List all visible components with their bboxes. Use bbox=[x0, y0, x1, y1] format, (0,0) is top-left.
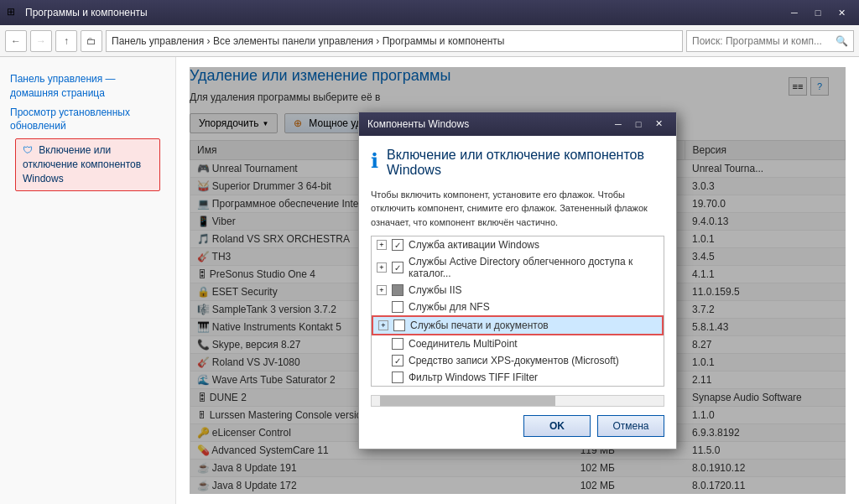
modal-overlay: Компоненты Windows ─ □ ✕ ℹ Включение или bbox=[190, 67, 846, 494]
modal-close-button[interactable]: ✕ bbox=[649, 117, 668, 132]
folder-icon-button[interactable]: 🗀 bbox=[81, 30, 102, 52]
minimize-button[interactable]: ─ bbox=[784, 4, 805, 21]
main-container: Панель управления — домашняя страница Пр… bbox=[0, 57, 859, 504]
component-item[interactable]: Соединитель MultiPoint bbox=[372, 335, 664, 352]
address-bar: ← → ↑ 🗀 Панель управления › Все элементы… bbox=[0, 25, 859, 57]
modal-footer: OK Отмена bbox=[371, 410, 664, 437]
checkbox[interactable] bbox=[392, 301, 403, 313]
search-input[interactable] bbox=[692, 35, 832, 47]
search-icon: 🔍 bbox=[836, 35, 848, 47]
sidebar-section: Панель управления — домашняя страница Пр… bbox=[0, 65, 175, 200]
checkbox[interactable] bbox=[392, 239, 403, 251]
window-icon: ⊞ bbox=[7, 6, 20, 19]
checkbox[interactable] bbox=[392, 338, 403, 350]
component-item[interactable]: Средство записи XPS-документов (Microsof… bbox=[372, 352, 664, 369]
modal-description: Чтобы включить компонент, установите его… bbox=[371, 188, 664, 230]
up-button[interactable]: ↑ bbox=[55, 30, 77, 52]
content-area: Удаление или изменение программы Для уда… bbox=[176, 57, 859, 504]
component-label: Службы IIS bbox=[409, 284, 461, 296]
checkbox[interactable] bbox=[392, 355, 403, 366]
component-item[interactable]: Службы для NFS bbox=[372, 299, 664, 315]
maximize-button[interactable]: □ bbox=[807, 4, 829, 21]
path-text: Панель управления › Все элементы панели … bbox=[112, 35, 504, 47]
info-icon: ℹ bbox=[371, 149, 378, 173]
expand-placeholder bbox=[377, 372, 387, 382]
cancel-button[interactable]: Отмена bbox=[597, 415, 664, 437]
window-title: Программы и компоненты bbox=[25, 7, 784, 18]
forward-button[interactable]: → bbox=[30, 30, 52, 52]
checkbox[interactable] bbox=[393, 320, 405, 331]
title-bar: ⊞ Программы и компоненты ─ □ ✕ bbox=[0, 0, 859, 25]
expand-icon[interactable]: + bbox=[377, 262, 387, 273]
expand-placeholder bbox=[377, 339, 387, 349]
modal-content: ℹ Включение или отключение компонентов W… bbox=[359, 136, 676, 449]
component-item[interactable]: +Службы Active Directory облегченного до… bbox=[372, 253, 664, 282]
content-wrapper: Удаление или изменение программы Для уда… bbox=[190, 67, 846, 494]
expand-icon[interactable]: + bbox=[378, 320, 388, 330]
modal-header-text: Включение или отключение компонентов Win… bbox=[387, 148, 664, 179]
ok-button[interactable]: OK bbox=[523, 415, 591, 437]
sidebar-link-home[interactable]: Панель управления — домашняя страница bbox=[10, 72, 165, 101]
component-label: Служба активации Windows bbox=[409, 239, 539, 251]
component-item[interactable]: +Службы IIS bbox=[372, 282, 664, 299]
modal-header: ℹ Включение или отключение компонентов W… bbox=[371, 148, 664, 179]
component-item[interactable]: +Служба активации Windows bbox=[372, 236, 664, 253]
sidebar-item-features-label: Включение или отключение компонентов Win… bbox=[23, 144, 141, 184]
close-button[interactable]: ✕ bbox=[830, 4, 852, 21]
windows-components-modal: Компоненты Windows ─ □ ✕ ℹ Включение или bbox=[358, 112, 677, 450]
component-label: Службы Active Directory облегченного дос… bbox=[409, 256, 659, 279]
component-label: Средство записи XPS-документов (Microsof… bbox=[409, 355, 619, 366]
features-icon: 🛡 bbox=[23, 144, 33, 156]
sidebar: Панель управления — домашняя страница Пр… bbox=[0, 57, 176, 504]
search-box: 🔍 bbox=[686, 30, 854, 52]
expand-placeholder bbox=[377, 356, 387, 366]
modal-title: Компоненты Windows bbox=[367, 118, 609, 130]
component-label: Службы печати и документов bbox=[410, 320, 549, 331]
back-button[interactable]: ← bbox=[5, 30, 27, 52]
modal-maximize-button[interactable]: □ bbox=[629, 117, 648, 132]
checkbox[interactable] bbox=[392, 262, 403, 273]
horizontal-scrollbar[interactable] bbox=[371, 395, 664, 407]
component-list[interactable]: +Служба активации Windows+Службы Active … bbox=[371, 236, 664, 387]
modal-minimize-button[interactable]: ─ bbox=[609, 117, 627, 132]
component-label: Фильтр Windows TIFF IFilter bbox=[409, 372, 538, 383]
modal-titlebar: Компоненты Windows ─ □ ✕ bbox=[359, 112, 676, 136]
modal-controls: ─ □ ✕ bbox=[609, 117, 668, 132]
sidebar-link-updates[interactable]: Просмотр установленных обновлений bbox=[10, 106, 165, 134]
component-item[interactable]: +Службы печати и документов bbox=[372, 315, 664, 335]
modal-header-title: Включение или отключение компонентов Win… bbox=[387, 148, 664, 178]
component-label: Службы для NFS bbox=[409, 301, 490, 313]
address-path[interactable]: Панель управления › Все элементы панели … bbox=[106, 30, 683, 52]
checkbox[interactable] bbox=[392, 284, 403, 296]
component-label: Соединитель MultiPoint bbox=[409, 338, 518, 350]
scroll-thumb bbox=[380, 396, 555, 406]
sidebar-item-features[interactable]: 🛡 Включение или отключение компонентов W… bbox=[15, 138, 160, 190]
component-item[interactable]: Фильтр Windows TIFF IFilter bbox=[372, 369, 664, 386]
checkbox[interactable] bbox=[392, 372, 403, 383]
expand-icon[interactable]: + bbox=[377, 240, 387, 250]
expand-icon[interactable]: + bbox=[377, 285, 387, 295]
expand-placeholder bbox=[377, 302, 387, 312]
window-controls: ─ □ ✕ bbox=[784, 4, 852, 21]
